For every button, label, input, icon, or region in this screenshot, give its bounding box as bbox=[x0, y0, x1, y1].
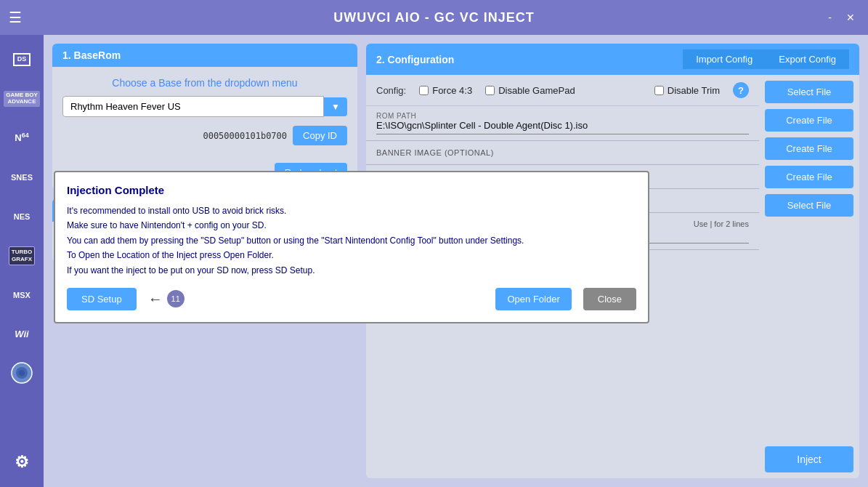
minimize-button[interactable]: - bbox=[824, 10, 836, 25]
snes-label: SNES bbox=[11, 173, 33, 182]
baserom-header: 1. BaseRom bbox=[52, 44, 357, 67]
config-header: 2. Configuration Import Config Export Co… bbox=[366, 44, 859, 75]
select-file-button-1[interactable]: Select File bbox=[765, 81, 853, 103]
window-controls: - ✕ bbox=[824, 10, 859, 25]
inject-button[interactable]: Inject bbox=[765, 446, 853, 472]
msx-label: MSX bbox=[13, 291, 31, 299]
copy-id-button[interactable]: Copy ID bbox=[293, 126, 347, 145]
wii-label: Wii bbox=[15, 329, 28, 339]
settings-icon: ⚙ bbox=[15, 454, 29, 471]
rom-path-label: ROM PATH bbox=[376, 112, 749, 120]
select-file-button-2[interactable]: Select File bbox=[765, 194, 853, 217]
rom-path-row: ROM PATH E:\ISO\gcn\Splinter Cell - Doub… bbox=[366, 106, 759, 141]
force-43-label: Force 4:3 bbox=[432, 85, 472, 96]
config-options-row: Config: Force 4:3 Disable GamePad Disabl… bbox=[366, 75, 759, 106]
injection-line3: You can add them by pressing the "SD Set… bbox=[67, 233, 636, 248]
sidebar: DS GAME BOYADVANCE N64 SNES NES TURBOGRA… bbox=[0, 35, 44, 487]
rom-path-section: ROM PATH E:\ISO\gcn\Splinter Cell - Doub… bbox=[366, 106, 759, 140]
sidebar-item-gc[interactable] bbox=[3, 355, 41, 393]
import-config-button[interactable]: Import Config bbox=[683, 49, 766, 69]
sidebar-item-n64[interactable]: N64 bbox=[3, 119, 41, 157]
injection-line5: If you want the inject to be put on your… bbox=[67, 263, 636, 278]
disable-trim-label: Disable Trim bbox=[668, 85, 720, 96]
baserom-choose-text: Choose a Base from the dropdown menu bbox=[62, 77, 347, 89]
help-button[interactable]: ? bbox=[733, 82, 749, 98]
injection-line1: It's recommended to install onto USB to … bbox=[67, 204, 636, 218]
force-43-checkbox[interactable] bbox=[419, 86, 429, 95]
baserom-body: Choose a Base from the dropdown menu Rhy… bbox=[52, 67, 357, 156]
sidebar-item-settings[interactable]: ⚙ bbox=[3, 443, 41, 481]
id-row: 00050000101b0700 Copy ID bbox=[62, 126, 347, 145]
rom-dropdown-row: Rhythm Heaven Fever US ▼ bbox=[62, 96, 347, 117]
arrow-icon: ← bbox=[148, 291, 163, 307]
gba-label: GAME BOYADVANCE bbox=[4, 91, 40, 107]
title-bar: ☰ UWUVCI AIO - GC VC INJECT - ✕ bbox=[0, 0, 868, 35]
injection-title: Injection Complete bbox=[67, 184, 636, 196]
sidebar-item-msx[interactable]: MSX bbox=[3, 276, 41, 314]
open-folder-button[interactable]: Open Folder bbox=[495, 288, 571, 310]
config-header-buttons: Import Config Export Config bbox=[683, 49, 849, 69]
banner-section: BANNER IMAGE (OPTIONAL) bbox=[366, 141, 759, 164]
sidebar-item-snes[interactable]: SNES bbox=[3, 158, 41, 196]
banner-row: BANNER IMAGE (OPTIONAL) bbox=[366, 141, 759, 165]
tg16-label: TURBOGRAFX bbox=[9, 246, 35, 265]
disable-gamepad-label: Disable GamePad bbox=[498, 85, 575, 96]
baserom-section: 1. BaseRom Choose a Base from the dropdo… bbox=[52, 44, 357, 190]
injection-line4: To Open the Location of the Inject press… bbox=[67, 248, 636, 262]
arrow-annotation: ← 11 bbox=[148, 290, 184, 307]
rom-id-text: 00050000101b0700 bbox=[203, 131, 287, 141]
rom-path-value: E:\ISO\gcn\Splinter Cell - Double Agent(… bbox=[376, 120, 749, 134]
create-file-button-3[interactable]: Create File bbox=[765, 166, 853, 188]
injection-dialog: Injection Complete It's recommended to i… bbox=[54, 171, 649, 323]
banner-label: BANNER IMAGE (OPTIONAL) bbox=[376, 148, 749, 157]
sidebar-item-nes[interactable]: NES bbox=[3, 198, 41, 236]
dropdown-arrow-icon[interactable]: ▼ bbox=[324, 97, 347, 116]
hamburger-menu[interactable]: ☰ bbox=[9, 9, 22, 26]
sidebar-item-tg16[interactable]: TURBOGRAFX bbox=[3, 237, 41, 275]
ds-label: DS bbox=[13, 53, 31, 66]
svg-point-2 bbox=[19, 370, 25, 376]
close-dialog-button[interactable]: Close bbox=[583, 288, 636, 310]
disable-trim-checkbox[interactable] bbox=[654, 86, 664, 95]
export-config-button[interactable]: Export Config bbox=[766, 49, 849, 69]
force-43-checkbox-label[interactable]: Force 4:3 bbox=[419, 85, 472, 96]
create-file-button-1[interactable]: Create File bbox=[765, 109, 853, 132]
disable-gamepad-checkbox[interactable] bbox=[485, 86, 495, 95]
rom-dropdown[interactable]: Rhythm Heaven Fever US bbox=[62, 96, 324, 117]
game-name-hint: Use | for 2 lines bbox=[694, 220, 749, 228]
create-file-button-2[interactable]: Create File bbox=[765, 137, 853, 160]
config-label: Config: bbox=[376, 85, 406, 96]
disable-trim-checkbox-label[interactable]: Disable Trim bbox=[654, 85, 720, 96]
app-title: UWUVCI AIO - GC VC INJECT bbox=[333, 10, 534, 25]
n64-label: N64 bbox=[15, 132, 28, 144]
nes-label: NES bbox=[14, 212, 31, 221]
sidebar-item-gba[interactable]: GAME BOYADVANCE bbox=[3, 80, 41, 118]
close-button[interactable]: ✕ bbox=[842, 10, 859, 25]
sidebar-item-ds[interactable]: DS bbox=[3, 41, 41, 79]
injection-line2: Make sure to have Nintendon't + config o… bbox=[67, 218, 636, 233]
gc-label bbox=[10, 361, 33, 386]
inject-row bbox=[366, 461, 759, 478]
annotation-number: 11 bbox=[167, 290, 184, 307]
injection-buttons-row: SD Setup ← 11 Open Folder Close bbox=[67, 288, 636, 310]
disable-gamepad-checkbox-label[interactable]: Disable GamePad bbox=[485, 85, 575, 96]
sidebar-item-wii[interactable]: Wii bbox=[3, 315, 41, 353]
right-buttons-col: Select File Create File Create File Crea… bbox=[759, 75, 859, 478]
injection-text: It's recommended to install onto USB to … bbox=[67, 204, 636, 278]
config-title: 2. Configuration bbox=[376, 54, 454, 65]
sd-setup-button[interactable]: SD Setup bbox=[67, 288, 137, 310]
